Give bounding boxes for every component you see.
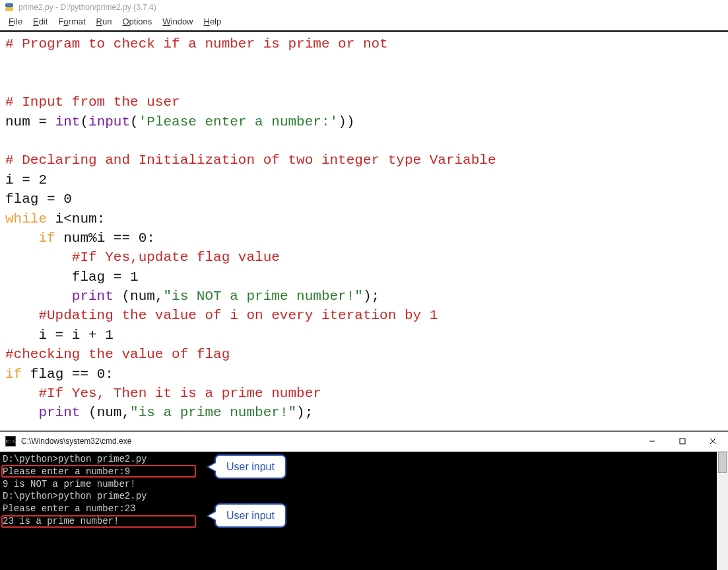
scrollbar-thumb[interactable] [718, 452, 727, 473]
code-text: i = i + 1 [5, 328, 114, 343]
idle-editor-window: prime2.py - D:/python/prime2.py (3.7.4) … [0, 0, 728, 431]
callout-user-input: User input [215, 503, 286, 528]
python-icon [4, 2, 15, 13]
code-editor[interactable]: # Program to check if a number is prime … [0, 30, 728, 431]
code-text: num%i == 0: [55, 231, 155, 246]
code-keyword: if [5, 367, 22, 382]
cmd-title-text: C:\Windows\system32\cmd.exe [21, 437, 131, 446]
idle-title-text: prime2.py - D:/python/prime2.py (3.7.4) [18, 3, 156, 12]
cmd-window-controls [637, 431, 728, 451]
code-builtin: print [5, 289, 114, 304]
cmd-scrollbar[interactable] [717, 452, 728, 570]
code-text: i<num: [47, 211, 105, 227]
menu-run[interactable]: RunRun [92, 16, 117, 27]
menu-help[interactable]: HelpHelp [199, 16, 226, 27]
code-text: i = 2 [5, 172, 47, 188]
menu-edit[interactable]: EditEdit [28, 16, 52, 27]
callout-label: User input [226, 461, 275, 472]
callout-user-input: User input [215, 454, 286, 480]
cmd-titlebar[interactable]: C:\ C:\Windows\system32\cmd.exe [0, 432, 728, 452]
code-text: flag = 0 [5, 192, 72, 207]
close-button[interactable] [698, 431, 728, 451]
code-text: )) [338, 114, 354, 129]
code-builtin: input [88, 114, 130, 129]
code-text: (num, [114, 289, 164, 304]
code-comment: #checking the value of flag [5, 347, 230, 362]
menu-format[interactable]: FormatFormat [53, 16, 90, 27]
menu-file[interactable]: FFileile [4, 16, 27, 27]
cmd-icon: C:\ [5, 436, 16, 446]
cmd-line: Please enter a number:23 [3, 503, 725, 515]
code-text: ); [363, 289, 380, 304]
cmd-line: 23 is a prime number! [3, 515, 725, 528]
callout-tail-icon [207, 511, 216, 521]
code-string: "is a prime number!" [130, 405, 296, 420]
svg-rect-3 [680, 439, 685, 444]
code-builtin: print [5, 405, 80, 420]
code-comment: #If Yes, Then it is a prime number [5, 386, 321, 401]
code-text: ( [80, 114, 88, 129]
code-text: (num, [80, 405, 130, 420]
code-comment: # Input from the user [5, 94, 180, 110]
cmd-window: C:\ C:\Windows\system32\cmd.exe D:\pytho… [0, 431, 728, 570]
svg-rect-1 [5, 7, 13, 11]
code-text: num = [5, 114, 55, 129]
svg-rect-0 [5, 3, 13, 7]
code-string: "is NOT a prime number!" [163, 289, 362, 304]
code-keyword: while [5, 211, 47, 227]
code-builtin: int [55, 114, 81, 129]
code-text: ( [130, 114, 139, 129]
menu-window[interactable]: WindowWindow [158, 16, 197, 27]
code-comment: # Declaring and Initialization of two in… [5, 153, 496, 168]
callout-label: User input [226, 510, 275, 521]
cmd-output[interactable]: D:\python>python prime2.py Please enter … [0, 452, 728, 570]
code-comment: # Program to check if a number is prime … [5, 36, 388, 52]
cmd-line: D:\python>python prime2.py [3, 453, 725, 466]
code-comment: #Updating the value of i on every iterat… [5, 308, 438, 323]
code-text: flag = 1 [5, 269, 139, 285]
code-text: ); [296, 405, 313, 420]
cmd-line: D:\python>python prime2.py [3, 490, 725, 503]
callout-tail-icon [207, 462, 216, 472]
idle-titlebar: prime2.py - D:/python/prime2.py (3.7.4) [0, 0, 728, 15]
code-text: flag == 0: [22, 367, 114, 382]
code-string: 'Please enter a number:' [139, 114, 338, 129]
idle-menubar: FFileile EditEdit FormatFormat RunRun Op… [0, 15, 728, 30]
cmd-line: Please enter a number:9 [3, 466, 725, 478]
cmd-line: 9 is NOT a prime number! [3, 478, 725, 491]
menu-options[interactable]: OptionsOptions [117, 16, 156, 27]
maximize-button[interactable] [667, 431, 698, 451]
code-keyword: if [5, 231, 55, 246]
code-comment: #If Yes,update flag value [5, 250, 280, 265]
minimize-button[interactable] [637, 431, 667, 451]
